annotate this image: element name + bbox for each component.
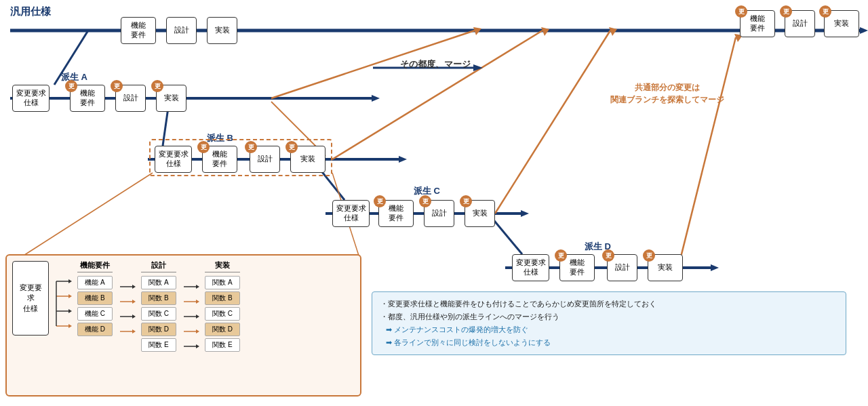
svg-line-20	[678, 37, 736, 268]
svg-marker-17	[541, 27, 549, 36]
zoom-jisso-col: 実装 関数 A 関数 B 関数 C 関数 D 関数 E	[205, 261, 240, 352]
badge-c-jisso: 更	[460, 195, 472, 207]
zoom-sekkei-a: 関数 A	[141, 276, 176, 289]
b-henkoyokyushiyou-box: 変更要求仕様	[155, 146, 192, 173]
badge-d-sekkei: 更	[602, 249, 614, 262]
zoom-jisso-a: 関数 A	[205, 276, 240, 289]
badge-hanyo-jisso2: 更	[819, 5, 831, 18]
zoom-jisso-d: 関数 D	[205, 323, 240, 336]
svg-marker-50	[196, 300, 199, 304]
badge-d-kinoyoken: 更	[555, 249, 567, 262]
svg-marker-41	[132, 300, 136, 304]
c-henkoyokyushiyou-box: 変更要求仕様	[332, 200, 370, 227]
info-box: ・変更要求仕様と機能要件をひも付けることであらかじめ変更箇所を特定しておく ・都…	[372, 291, 846, 355]
svg-marker-6	[399, 156, 407, 163]
badge-a-kinoyoken: 更	[65, 80, 77, 92]
svg-line-18	[495, 31, 610, 214]
zoom-connectors	[53, 268, 73, 356]
zoom-jisso-c: 関数 C	[205, 307, 240, 321]
svg-marker-40	[132, 285, 136, 289]
info-line-3: ➡ メンテナンスコストの爆発的増大を防ぐ	[386, 323, 837, 336]
svg-line-25	[20, 173, 153, 258]
common-change-label: 共通部分の変更は関連ブランチを探索してマージ	[610, 81, 724, 106]
svg-marker-1	[860, 27, 868, 34]
badge-b-kinoyoken: 更	[197, 141, 210, 153]
zoom-sekkei-c: 関数 C	[141, 307, 176, 321]
badge-a-sekkei: 更	[111, 80, 123, 92]
svg-marker-24	[473, 64, 483, 71]
zoom-connectors2	[117, 281, 137, 369]
zoom-sekkei-d: 関数 D	[141, 323, 176, 336]
info-line-1: ・変更要求仕様と機能要件をひも付けることであらかじめ変更箇所を特定しておく	[380, 298, 837, 310]
zoom-change-req-box: 変更要求仕様	[12, 261, 49, 336]
page-title: 汎用仕様	[10, 5, 51, 18]
badge-d-jisso: 更	[643, 249, 655, 262]
d-henkoyokyushiyou-box: 変更要求仕様	[512, 254, 549, 281]
zoom-kinoyoken-c: 機能 C	[77, 307, 113, 321]
zoom-inner: 変更要求仕様 機能要件 機能 A 機能 B 機能 C 機能 D	[12, 261, 355, 369]
svg-marker-3	[372, 95, 380, 102]
badge-hanyo-kinoyoken2: 更	[735, 5, 747, 18]
info-line-2: ・都度、汎用仕様や別の派生ラインへのマージを行う	[380, 310, 837, 323]
svg-marker-42	[132, 314, 136, 319]
svg-marker-33	[68, 294, 72, 298]
svg-marker-12	[711, 264, 719, 271]
badge-b-sekkei: 更	[245, 141, 257, 153]
svg-marker-51	[196, 314, 199, 319]
zoom-sekkei-header: 設計	[141, 261, 176, 272]
zoom-kinoyoken-b: 機能 B	[77, 291, 113, 305]
hanyo-sekkei-box: 設計	[166, 17, 197, 44]
svg-marker-15	[473, 27, 481, 35]
badge-a-jisso: 更	[151, 80, 163, 92]
zoom-jisso-e: 関数 E	[205, 338, 240, 352]
svg-marker-49	[196, 285, 199, 289]
svg-marker-19	[609, 27, 617, 36]
badge-c-kinoyoken: 更	[374, 195, 386, 207]
hanyo-jisso-box: 実装	[207, 17, 237, 44]
merge-label: その都度、マージ	[400, 58, 471, 70]
badge-b-jisso: 更	[285, 141, 298, 153]
svg-marker-53	[196, 344, 199, 348]
svg-line-16	[332, 31, 542, 159]
zoom-kinoyoken-header: 機能要件	[77, 261, 113, 272]
info-line-4: ➡ 各ラインで別々に同じ検討をしないようにする	[386, 336, 837, 349]
zoom-connectors3	[180, 281, 201, 369]
a-henkoyokyushiyou-box: 変更要求仕様	[12, 85, 50, 112]
hanyo-kinoyoken-box: 機能要件	[121, 17, 156, 44]
zoom-jisso-header: 実装	[205, 261, 240, 272]
zoom-kinoyoken-col: 機能要件 機能 A 機能 B 機能 C 機能 D	[77, 261, 113, 336]
badge-c-sekkei: 更	[419, 195, 431, 207]
zoom-sekkei-b: 関数 B	[141, 291, 176, 305]
svg-marker-43	[132, 329, 136, 333]
zoom-jisso-b: 関数 B	[205, 291, 240, 305]
main-container: 汎用仕様	[0, 0, 868, 406]
svg-marker-32	[68, 279, 72, 283]
zoom-box: 変更要求仕様 機能要件 機能 A 機能 B 機能 C 機能 D	[5, 254, 361, 397]
zoom-sekkei-e: 関数 E	[141, 338, 176, 352]
svg-marker-34	[68, 309, 72, 313]
svg-marker-9	[521, 210, 529, 217]
svg-marker-35	[68, 324, 72, 328]
zoom-kinoyoken-d: 機能 D	[77, 323, 113, 336]
zoom-kinoyoken-a: 機能 A	[77, 276, 113, 289]
zoom-sekkei-col: 設計 関数 A 関数 B 関数 C 関数 D 関数 E	[141, 261, 176, 352]
svg-marker-52	[196, 329, 199, 333]
badge-hanyo-sekkei2: 更	[780, 5, 792, 18]
